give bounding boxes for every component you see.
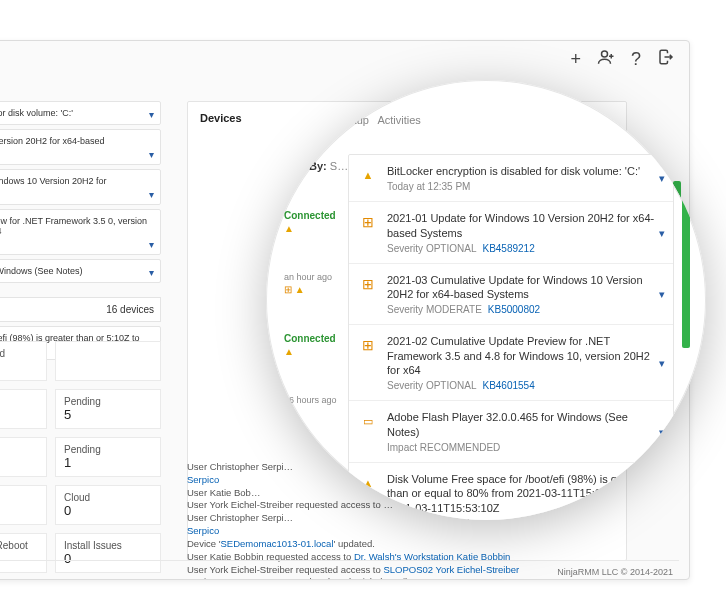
alert-title: Adobe Flash Player 32.0.0.465 for Window… bbox=[387, 410, 663, 439]
stat bbox=[55, 341, 161, 381]
stat-quarantined: Quarantined0 bbox=[0, 341, 47, 381]
kb-link[interactable]: KB4601554 bbox=[0, 238, 152, 248]
left-alert-column: is disabled for disk volume: 'C:' ▾ indo… bbox=[0, 101, 161, 360]
stat-failed: Failed0 bbox=[0, 437, 47, 477]
windows-icon: ⊞ bbox=[359, 275, 377, 293]
alert-item[interactable]: ▲ BitLocker encryption is disabled for d… bbox=[349, 155, 673, 202]
tab-devices: Devices bbox=[200, 112, 242, 124]
alert-card[interactable]: pdate Preview for .NET Framework 3.5 0, … bbox=[0, 209, 161, 255]
stat-failed: Failed0 bbox=[0, 389, 47, 429]
alert-item[interactable]: ⊞ 2021-01 Update for Windows 10 Version … bbox=[349, 202, 673, 264]
chevron-down-icon[interactable]: ▾ bbox=[149, 109, 154, 120]
alert-title: 2021-01 Update for Windows 10 Version 20… bbox=[387, 211, 663, 240]
windows-icon: ⊞ bbox=[359, 336, 377, 354]
alert-card[interactable]: is disabled for disk volume: 'C:' ▾ bbox=[0, 101, 161, 125]
stat-pending: Pending5 bbox=[55, 389, 161, 429]
alert-text: 0.0.465 for Windows (See Notes) bbox=[0, 266, 83, 276]
alert-sub: Impact RECOMMENDED bbox=[387, 442, 663, 453]
tab-activities[interactable]: Activities bbox=[377, 114, 420, 126]
alert-sub: Severity MODERATEKB5000802 bbox=[387, 304, 663, 315]
device-count-badge: 16 devices bbox=[0, 297, 161, 322]
alert-text: indows 10 Version 20H2 for x64-based bbox=[0, 136, 105, 146]
chevron-down-icon[interactable]: ▾ bbox=[149, 149, 154, 160]
add-icon[interactable]: + bbox=[570, 49, 581, 70]
chevron-down-icon[interactable]: ▾ bbox=[659, 288, 665, 301]
alert-title: BitLocker encryption is disabled for dis… bbox=[387, 164, 663, 178]
svg-point-0 bbox=[601, 51, 607, 57]
timestamp: an hour ago bbox=[284, 272, 337, 282]
stats-grid: Quarantined0 Failed0 Pending5 Failed0 Pe… bbox=[0, 341, 161, 580]
timestamp: 16 hours ago bbox=[284, 395, 337, 405]
alert-item[interactable]: ⊞ 2021-02 Cumulative Update Preview for … bbox=[349, 325, 673, 401]
alert-sub: Severity OPTIONALKB4601554 bbox=[387, 380, 663, 391]
warning-icon: ▲ bbox=[284, 223, 337, 234]
warning-icon: ▲ bbox=[284, 346, 337, 357]
topbar: + ? bbox=[0, 41, 689, 77]
alert-text: pdate for Windows 10 Version 20H2 for bbox=[0, 176, 107, 186]
alert-card[interactable]: 0.0.465 for Windows (See Notes) ▾ bbox=[0, 259, 161, 283]
chevron-down-icon[interactable]: ▾ bbox=[659, 356, 665, 369]
alert-card[interactable]: indows 10 Version 20H2 for x64-based KB4… bbox=[0, 129, 161, 165]
chevron-down-icon[interactable]: ▾ bbox=[149, 189, 154, 200]
windows-icon: ⊞ ▲ bbox=[284, 284, 337, 295]
person-add-icon[interactable] bbox=[597, 48, 615, 71]
kb-link[interactable]: KB4601554 bbox=[482, 380, 534, 391]
status-connected: Connected bbox=[284, 210, 337, 221]
kb-link[interactable]: KB4589212 bbox=[482, 243, 534, 254]
activity-link[interactable]: Serpico bbox=[187, 474, 219, 485]
stat-devices: Devices2 bbox=[0, 485, 47, 525]
footer-copyright: NinjaRMM LLC © 2014-2021 bbox=[0, 560, 679, 580]
magnifier-lens: … Backup Activities Sort By: S… Connecte… bbox=[266, 80, 706, 520]
alert-title: 2021-02 Cumulative Update Preview for .N… bbox=[387, 334, 663, 377]
status-connected: Connected bbox=[284, 333, 337, 344]
lens-side-column: Connected ▲ an hour ago ⊞ ▲ Connected ▲ … bbox=[284, 210, 337, 405]
chevron-down-icon[interactable]: ▾ bbox=[659, 172, 665, 185]
activity-link[interactable]: SEDemomac1013-01.local bbox=[221, 538, 334, 549]
alert-card[interactable]: pdate for Windows 10 Version 20H2 for KB… bbox=[0, 169, 161, 205]
help-icon[interactable]: ? bbox=[631, 49, 641, 70]
device-status-row: Connected ▲ bbox=[284, 210, 337, 234]
activity-link[interactable]: Serpico bbox=[187, 525, 219, 536]
alert-item[interactable]: ⊞ 2021-03 Cumulative Update for Windows … bbox=[349, 264, 673, 326]
kb-link[interactable]: KB4589212 bbox=[0, 148, 152, 158]
windows-icon: ⊞ bbox=[359, 213, 377, 231]
package-icon: ▭ bbox=[359, 412, 377, 430]
activity-row: Serpico bbox=[187, 525, 627, 538]
alert-text: is disabled for disk volume: 'C:' bbox=[0, 108, 73, 118]
alert-sub: Today at 12:35 PM bbox=[387, 181, 663, 192]
alert-item[interactable]: ▭ Adobe Flash Player 32.0.0.465 for Wind… bbox=[349, 401, 673, 463]
stat-cloud: Cloud0 bbox=[55, 485, 161, 525]
chevron-down-icon[interactable]: ▾ bbox=[149, 267, 154, 278]
activity-row: Device 'SEDemomac1013-01.local' updated. bbox=[187, 538, 627, 551]
alert-sub: Severity OPTIONALKB4589212 bbox=[387, 243, 663, 254]
kb-link[interactable]: KB5000802 bbox=[0, 188, 152, 198]
alert-title: 2021-03 Cumulative Update for Windows 10… bbox=[387, 273, 663, 302]
warning-icon: ▲ bbox=[359, 166, 377, 184]
stat-pending: Pending1 bbox=[55, 437, 161, 477]
logout-icon[interactable] bbox=[657, 48, 675, 71]
alert-list: ▲ BitLocker encryption is disabled for d… bbox=[348, 154, 674, 520]
chevron-down-icon[interactable]: ▾ bbox=[149, 239, 154, 250]
kb-link[interactable]: KB5000802 bbox=[488, 304, 540, 315]
activity-row: User Christopher Serpi… bbox=[187, 512, 627, 525]
alert-text: pdate Preview for .NET Framework 3.5 0, … bbox=[0, 216, 147, 236]
chevron-down-icon[interactable]: ▾ bbox=[659, 226, 665, 239]
